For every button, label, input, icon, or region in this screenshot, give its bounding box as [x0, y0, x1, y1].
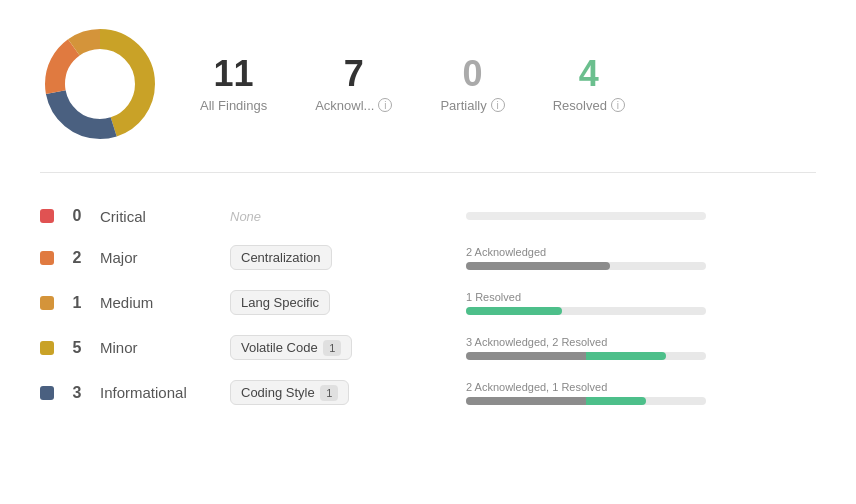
- informational-bar-label: 2 Acknowledged, 1 Resolved: [466, 381, 816, 393]
- minor-tag-badge: 1: [323, 340, 341, 356]
- partially-number: 0: [440, 56, 504, 92]
- resolved-info-icon[interactable]: i: [611, 98, 625, 112]
- informational-count: 3: [62, 384, 92, 402]
- finding-row-minor: 5 Minor Volatile Code 1 3 Acknowledged, …: [40, 325, 816, 370]
- critical-dot: [40, 209, 54, 223]
- critical-label: Critical: [100, 208, 230, 225]
- medium-bar-track: [466, 307, 706, 315]
- findings-section: 0 Critical None 2 Major Centralization 2…: [40, 197, 816, 415]
- finding-row-informational: 3 Informational Coding Style 1 2 Acknowl…: [40, 370, 816, 415]
- finding-row-critical: 0 Critical None: [40, 197, 816, 235]
- critical-bar-track: [466, 212, 706, 220]
- minor-bar-area: 3 Acknowledged, 2 Resolved: [466, 336, 816, 360]
- major-count: 2: [62, 249, 92, 267]
- critical-none-text: None: [230, 209, 261, 224]
- minor-tags: Volatile Code 1: [230, 335, 450, 360]
- minor-dot: [40, 341, 54, 355]
- minor-bar-track: [466, 352, 706, 360]
- finding-row-major: 2 Major Centralization 2 Acknowledged: [40, 235, 816, 280]
- minor-bar-label: 3 Acknowledged, 2 Resolved: [466, 336, 816, 348]
- medium-bar-res: [466, 307, 562, 315]
- all-findings-number: 11: [200, 56, 267, 92]
- informational-label: Informational: [100, 384, 230, 401]
- major-bar-ack: [466, 262, 610, 270]
- informational-tag-coding-style[interactable]: Coding Style 1: [230, 380, 349, 405]
- minor-bar-res: [586, 352, 666, 360]
- informational-bar-track: [466, 397, 706, 405]
- resolved-label: Resolved i: [553, 98, 625, 113]
- medium-dot: [40, 296, 54, 310]
- medium-bar-label: 1 Resolved: [466, 291, 816, 303]
- major-label: Major: [100, 249, 230, 266]
- informational-dot: [40, 386, 54, 400]
- medium-bar-area: 1 Resolved: [466, 291, 816, 315]
- medium-tags: Lang Specific: [230, 290, 450, 315]
- minor-tag-volatile-code[interactable]: Volatile Code 1: [230, 335, 352, 360]
- finding-row-medium: 1 Medium Lang Specific 1 Resolved: [40, 280, 816, 325]
- acknowledged-number: 7: [315, 56, 392, 92]
- acknowledged-info-icon[interactable]: i: [378, 98, 392, 112]
- informational-tags: Coding Style 1: [230, 380, 450, 405]
- major-bar-area: 2 Acknowledged: [466, 246, 816, 270]
- minor-label: Minor: [100, 339, 230, 356]
- resolved-number: 4: [553, 56, 625, 92]
- stats-row: 11 All Findings 7 Acknowl... i 0 Partial…: [200, 56, 625, 113]
- partially-info-icon[interactable]: i: [491, 98, 505, 112]
- major-dot: [40, 251, 54, 265]
- major-tag-centralization[interactable]: Centralization: [230, 245, 332, 270]
- informational-bar-res: [586, 397, 646, 405]
- minor-count: 5: [62, 339, 92, 357]
- acknowledged-label: Acknowl... i: [315, 98, 392, 113]
- svg-point-4: [66, 50, 134, 118]
- major-tags: Centralization: [230, 245, 450, 270]
- informational-bar-area: 2 Acknowledged, 1 Resolved: [466, 381, 816, 405]
- stat-acknowledged: 7 Acknowl... i: [315, 56, 392, 113]
- major-bar-label: 2 Acknowledged: [466, 246, 816, 258]
- medium-label: Medium: [100, 294, 230, 311]
- donut-chart: [40, 24, 160, 144]
- major-bar-track: [466, 262, 706, 270]
- critical-bar-area: [466, 212, 816, 220]
- stat-all-findings: 11 All Findings: [200, 56, 267, 113]
- critical-count: 0: [62, 207, 92, 225]
- all-findings-label: All Findings: [200, 98, 267, 113]
- medium-tag-lang-specific[interactable]: Lang Specific: [230, 290, 330, 315]
- stat-partially: 0 Partially i: [440, 56, 504, 113]
- stat-resolved: 4 Resolved i: [553, 56, 625, 113]
- summary-section: 11 All Findings 7 Acknowl... i 0 Partial…: [40, 24, 816, 173]
- partially-label: Partially i: [440, 98, 504, 113]
- informational-bar-ack: [466, 397, 586, 405]
- minor-bar-ack: [466, 352, 586, 360]
- critical-tags: None: [230, 209, 450, 224]
- informational-tag-badge: 1: [320, 385, 338, 401]
- medium-count: 1: [62, 294, 92, 312]
